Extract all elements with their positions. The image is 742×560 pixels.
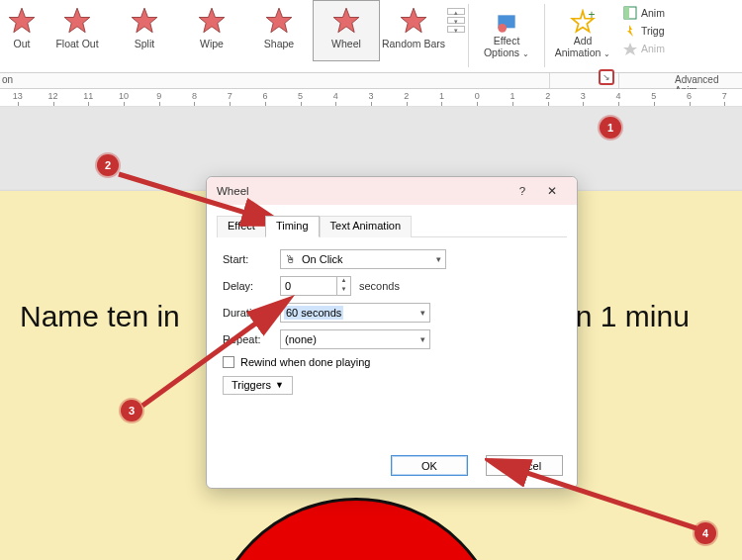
repeat-combo[interactable]: (none) ▾ xyxy=(280,329,430,349)
anim-label: Split xyxy=(135,38,154,49)
chevron-double-icon: ▼ xyxy=(275,380,284,390)
trigger-icon xyxy=(623,24,637,38)
tab-text-animation[interactable]: Text Animation xyxy=(320,216,413,237)
svg-marker-3 xyxy=(199,8,225,32)
star-icon xyxy=(332,7,360,35)
checkbox-icon xyxy=(223,356,234,368)
chevron-down-icon: ▾ xyxy=(420,308,425,318)
separator xyxy=(544,4,545,67)
delay-spinner[interactable]: 0 ▲▼ xyxy=(280,276,351,296)
duration-label: Duration: xyxy=(223,307,280,319)
ruler-tick: 9 xyxy=(141,91,177,101)
dialog-titlebar: Wheel ? ✕ xyxy=(207,177,577,205)
anim-gallery-item-wheel[interactable]: Wheel xyxy=(313,0,380,61)
ok-button[interactable]: OK xyxy=(391,455,468,476)
advanced-group-label: Advanced Anim xyxy=(619,73,742,88)
repeat-label: Repeat: xyxy=(223,333,280,345)
gallery-more-button[interactable]: ▴ ▾ ▾ xyxy=(447,0,465,33)
svg-marker-5 xyxy=(333,8,359,32)
star-icon xyxy=(198,7,226,35)
delay-value: 0 xyxy=(281,277,336,295)
triggers-button[interactable]: Triggers ▼ xyxy=(223,376,293,395)
anim-gallery-item[interactable]: Shape xyxy=(245,0,313,61)
ruler-tick: 5 xyxy=(283,91,319,101)
svg-marker-6 xyxy=(401,8,426,32)
star-icon xyxy=(265,7,293,35)
timer-shape[interactable] xyxy=(208,498,505,560)
svg-point-8 xyxy=(498,24,507,33)
cancel-button[interactable]: Cancel xyxy=(486,455,563,476)
start-combo[interactable]: 🖱 On Click ▾ xyxy=(280,249,446,269)
animation-group-label: on xyxy=(0,73,550,88)
ruler-tick: 8 xyxy=(177,91,213,101)
ruler-tick: 1 xyxy=(495,91,530,101)
chevron-down-icon: ▾ xyxy=(420,334,425,344)
ruler-tick: 6 xyxy=(672,91,707,101)
ruler-tick: 1 xyxy=(424,91,460,101)
ruler-tick: 2 xyxy=(530,91,566,101)
ribbon: Out Float Out Split Wipe Shape Wheel R xyxy=(0,0,742,73)
svg-marker-1 xyxy=(64,8,90,32)
advanced-animation-group: Anim Trigg Anim xyxy=(617,0,665,55)
start-label: Start: xyxy=(223,253,280,265)
animation-pane-button[interactable]: Anim xyxy=(623,6,665,20)
dialog-button-row: OK Cancel xyxy=(207,447,577,488)
star-icon xyxy=(400,7,427,35)
anim-label: Wheel xyxy=(331,38,361,49)
start-value: On Click xyxy=(302,253,343,265)
ruler-tick: 5 xyxy=(636,91,672,101)
svg-rect-12 xyxy=(624,7,629,19)
star-icon xyxy=(131,7,158,35)
dialog-help-button[interactable]: ? xyxy=(508,185,537,197)
annotation-badge-1: 1 xyxy=(600,117,621,139)
ruler-tick: 2 xyxy=(389,91,424,101)
annotation-badge-2: 2 xyxy=(97,154,119,176)
ruler-tick: 6 xyxy=(247,91,283,101)
effect-options-icon xyxy=(494,11,519,33)
svg-text:+: + xyxy=(588,9,595,22)
anim-gallery-item[interactable]: Float Out xyxy=(44,0,111,61)
seconds-label: seconds xyxy=(359,280,400,292)
chevron-down-icon: ▾ xyxy=(436,254,441,264)
ruler-tick: 4 xyxy=(318,91,353,101)
anim-label: Float Out xyxy=(55,38,98,49)
svg-marker-0 xyxy=(9,8,35,32)
svg-marker-13 xyxy=(627,25,633,37)
anim-label: Random Bars xyxy=(382,38,445,49)
trigger-button[interactable]: Trigg xyxy=(623,24,665,38)
dialog-tabs: Effect Timing Text Animation xyxy=(207,205,577,236)
anim-gallery-item[interactable]: Wipe xyxy=(178,0,245,61)
annotation-badge-4: 4 xyxy=(695,522,716,544)
rewind-label: Rewind when done playing xyxy=(240,356,370,368)
duration-combo[interactable]: 60 seconds ▾ xyxy=(280,303,430,323)
wheel-dialog: Wheel ? ✕ Effect Timing Text Animation S… xyxy=(206,176,578,489)
rewind-checkbox[interactable]: Rewind when done playing xyxy=(223,356,561,368)
ruler-tick: 7 xyxy=(212,91,247,101)
add-animation-icon: + xyxy=(570,11,596,33)
ribbon-group-bar: on ↘ Advanced Anim xyxy=(0,73,742,89)
dialog-close-button[interactable]: ✕ xyxy=(537,184,567,198)
effect-options-button[interactable]: Effect Options ⌄ xyxy=(472,0,541,65)
add-animation-button[interactable]: + Add Animation ⌄ xyxy=(548,0,617,65)
dialog-launcher-button[interactable]: ↘ xyxy=(599,69,614,85)
ruler-tick: 3 xyxy=(566,91,602,101)
animation-painter-button: Anim xyxy=(623,42,665,55)
svg-marker-4 xyxy=(266,8,292,32)
anim-gallery-item[interactable]: Out xyxy=(0,0,44,61)
add-animation-label: Add Animation ⌄ xyxy=(555,35,611,58)
duration-value: 60 seconds xyxy=(284,306,343,320)
spinner-buttons[interactable]: ▲▼ xyxy=(336,277,350,295)
dialog-title: Wheel xyxy=(217,185,508,197)
star-icon xyxy=(8,7,36,35)
tab-effect[interactable]: Effect xyxy=(217,216,265,237)
anim-gallery-item[interactable]: Random Bars xyxy=(380,0,447,61)
annotation-badge-3: 3 xyxy=(121,400,142,421)
dialog-body: Start: 🖱 On Click ▾ Delay: 0 ▲▼ seconds … xyxy=(217,236,567,447)
separator xyxy=(468,4,469,67)
ruler-tick: 0 xyxy=(459,91,495,101)
anim-gallery-item[interactable]: Split xyxy=(111,0,178,61)
pane-icon xyxy=(623,6,637,20)
tab-timing[interactable]: Timing xyxy=(265,216,320,237)
ruler-tick: 13 xyxy=(0,91,36,101)
ruler-tick: 11 xyxy=(70,91,106,101)
